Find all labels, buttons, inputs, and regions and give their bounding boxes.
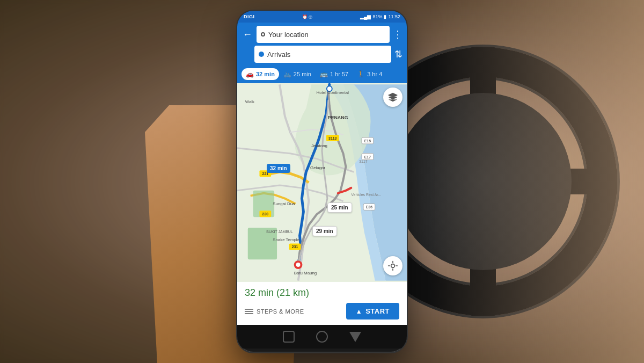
svg-text:3117: 3117 bbox=[359, 159, 368, 163]
driving-time: 32 min bbox=[256, 71, 275, 77]
origin-row: ← Your location ⋮ bbox=[241, 26, 402, 43]
map-svg: 221 220 3113 E15 E17 E36 231 bbox=[237, 83, 407, 282]
alarm-icon: ⏰ bbox=[302, 14, 308, 19]
start-label: START bbox=[365, 307, 390, 315]
carrier-label: DIGI bbox=[244, 14, 255, 19]
svg-text:Jelutong: Jelutong bbox=[311, 143, 327, 148]
origin-text: Your location bbox=[268, 31, 385, 39]
svg-text:Vehicles Rest Ar...: Vehicles Rest Ar... bbox=[351, 193, 381, 197]
svg-text:Snake Temple: Snake Temple bbox=[273, 237, 299, 242]
svg-text:PENANG: PENANG bbox=[328, 115, 348, 120]
svg-text:E36: E36 bbox=[366, 205, 372, 209]
navigation-icon: ▲ bbox=[356, 308, 362, 315]
back-button[interactable]: ← bbox=[241, 28, 253, 41]
route-summary: 32 min (21 km) bbox=[245, 287, 399, 299]
route-label-29min: 29 min bbox=[312, 226, 337, 236]
signal-icon: ▂▄▆ bbox=[360, 14, 371, 19]
battery-label: 81% bbox=[372, 14, 382, 19]
route-label-32min: 32 min bbox=[267, 164, 290, 173]
destination-input[interactable]: Arrivals bbox=[254, 46, 391, 63]
walk-icon: 🚶 bbox=[357, 70, 365, 78]
transport-tabs: 🚗 32 min 🚲 25 min 🚌 1 hr 57 🚶 3 hr 4 bbox=[237, 66, 407, 83]
route-label-25min: 25 min bbox=[327, 202, 352, 213]
bike-icon: 🚲 bbox=[283, 70, 291, 78]
svg-text:Batu Maung: Batu Maung bbox=[294, 271, 317, 275]
search-header: ← Your location ⋮ Arrivals ⇅ bbox=[237, 23, 407, 66]
my-location-button[interactable] bbox=[383, 256, 402, 275]
layers-button[interactable] bbox=[383, 88, 402, 107]
svg-text:E15: E15 bbox=[364, 139, 371, 143]
transit-time: 1 hr 57 bbox=[330, 71, 348, 77]
phone: DIGI ⏰ ◎ ▂▄▆ 81% ▮ 11:52 ← Your location… bbox=[236, 10, 408, 353]
destination-row: Arrivals ⇅ bbox=[241, 46, 402, 63]
origin-input[interactable]: Your location bbox=[257, 26, 390, 43]
svg-rect-31 bbox=[389, 96, 396, 97]
tab-transit[interactable]: 🚌 1 hr 57 bbox=[316, 68, 353, 80]
svg-point-4 bbox=[296, 263, 301, 267]
walking-time: 3 hr 4 bbox=[367, 71, 382, 77]
more-button[interactable]: ⋮ bbox=[393, 28, 402, 40]
start-navigation-button[interactable]: ▲ START bbox=[346, 303, 399, 320]
tab-cycling[interactable]: 🚲 25 min bbox=[279, 68, 316, 80]
battery-icon: ▮ bbox=[384, 14, 386, 19]
bottom-panel: 32 min (21 km) STEPS & MORE ▲ START bbox=[237, 282, 407, 325]
svg-text:231: 231 bbox=[292, 245, 298, 249]
car-icon: 🚗 bbox=[246, 70, 254, 78]
status-right: ▂▄▆ 81% ▮ 11:52 bbox=[360, 14, 400, 19]
svg-text:Gelugor: Gelugor bbox=[310, 165, 325, 170]
origin-dot-icon bbox=[261, 32, 265, 37]
svg-point-33 bbox=[391, 264, 395, 268]
svg-text:E17: E17 bbox=[364, 155, 371, 159]
back-button-nav[interactable] bbox=[349, 332, 361, 342]
svg-text:Sungai Dua: Sungai Dua bbox=[273, 201, 295, 206]
location-icon: ◎ bbox=[309, 14, 312, 19]
time-label: 11:52 bbox=[388, 14, 400, 19]
cycling-time: 25 min bbox=[294, 71, 311, 77]
steps-label: STEPS & MORE bbox=[257, 308, 304, 315]
background-light bbox=[429, 0, 644, 363]
tab-walking[interactable]: 🚶 3 hr 4 bbox=[353, 68, 386, 80]
destination-text: Arrivals bbox=[267, 50, 387, 59]
tab-driving[interactable]: 🚗 32 min bbox=[241, 68, 279, 80]
destination-dot-icon bbox=[259, 52, 264, 57]
svg-text:Hotel Continental: Hotel Continental bbox=[316, 90, 349, 95]
status-bar: DIGI ⏰ ◎ ▂▄▆ 81% ▮ 11:52 bbox=[237, 11, 407, 23]
map-area[interactable]: 221 220 3113 E15 E17 E36 231 bbox=[237, 83, 407, 282]
svg-text:3113: 3113 bbox=[328, 136, 337, 140]
swap-button[interactable]: ⇅ bbox=[394, 48, 402, 60]
svg-rect-32 bbox=[389, 98, 396, 98]
phone-home-bar bbox=[237, 325, 407, 349]
svg-text:Walk: Walk bbox=[245, 99, 254, 104]
phone-wrapper: DIGI ⏰ ◎ ▂▄▆ 81% ▮ 11:52 ← Your location… bbox=[236, 10, 408, 353]
svg-text:BUKIT JAMBUL: BUKIT JAMBUL bbox=[266, 230, 293, 234]
steps-more-button[interactable]: STEPS & MORE bbox=[245, 308, 304, 315]
route-duration: 32 min bbox=[245, 287, 274, 298]
recent-apps-button[interactable] bbox=[283, 331, 295, 343]
route-distance: (21 km) bbox=[276, 287, 309, 298]
bus-icon: 🚌 bbox=[320, 70, 328, 78]
route-actions: STEPS & MORE ▲ START bbox=[245, 303, 399, 320]
svg-text:220: 220 bbox=[262, 212, 269, 216]
home-button[interactable] bbox=[316, 331, 328, 343]
